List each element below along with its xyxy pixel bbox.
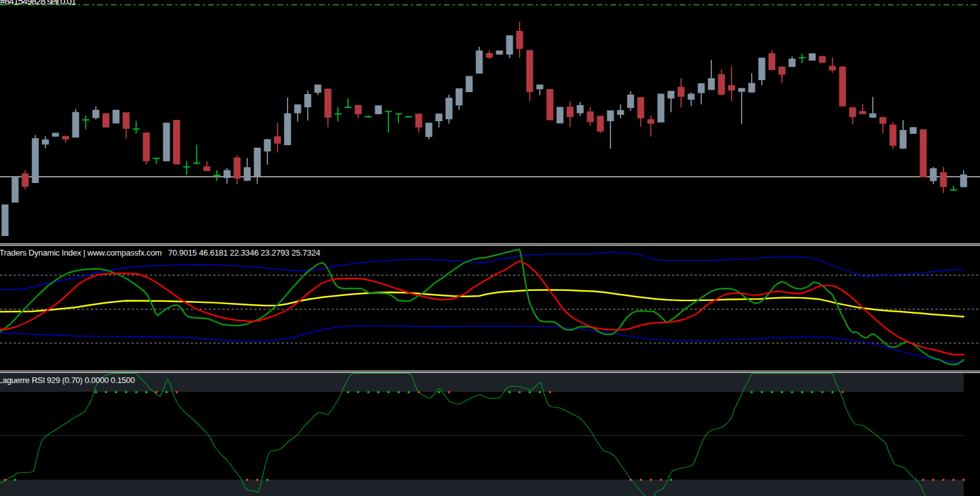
svg-text:#841549828 sell 0.01: #841549828 sell 0.01 [0, 0, 76, 6]
svg-text:Traders Dynamic Index | www.co: Traders Dynamic Index | www.compassfx.co… [0, 248, 320, 257]
svg-text:Laguerre RSI 929 (0.70) 0.0000: Laguerre RSI 929 (0.70) 0.0000 0.1500 [0, 375, 135, 385]
